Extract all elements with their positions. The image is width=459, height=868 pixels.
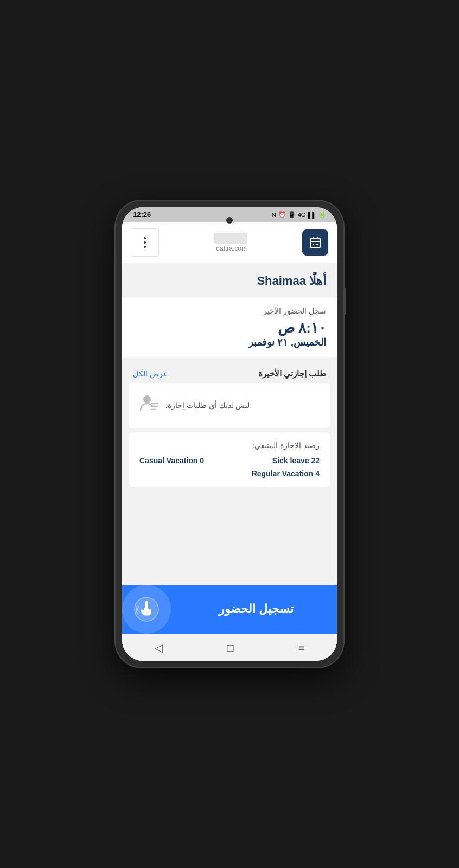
leave-section-title: طلب إجازتي الأخيرة: [258, 369, 326, 379]
balance-row: Sick leave 22 Casual Vacation 0 Regular …: [139, 456, 320, 478]
checkin-bar[interactable]: تسجيل الحضور: [122, 585, 337, 634]
checkin-label: تسجيل الحضور: [175, 602, 337, 616]
leave-section: طلب إجازتي الأخيرة عرض الكل ليس لديك أي …: [122, 361, 337, 493]
person-list-icon: [139, 394, 159, 417]
menu-button[interactable]: [131, 228, 159, 257]
status-bar: 12:26 N ⏰ 📳 4G ▌▌ 🔋: [122, 207, 337, 222]
casual-vacation-balance: Casual Vacation 0: [139, 456, 204, 465]
status-time: 12:26: [133, 210, 151, 219]
menu-dot-3: [144, 246, 146, 248]
menu-dot-1: [144, 237, 146, 239]
leave-balance-section: رصيد الإجازة المتبقي: Sick leave 22 Casu…: [129, 432, 330, 487]
attendance-section: سجل الحضور الأخير ٨:١٠ ص الخميس, ٢١ نوفم…: [122, 298, 337, 357]
attendance-time: ٨:١٠ ص: [133, 320, 326, 336]
leave-empty-text: ليس لديك أي طلبات إجازة.: [165, 399, 250, 411]
calendar-icon: [309, 236, 322, 249]
website-text: daftra.com: [216, 245, 247, 252]
nav-menu-button[interactable]: ≡: [288, 640, 316, 656]
signal-icon: 4G: [298, 212, 306, 218]
checkin-hand-icon: [122, 585, 171, 634]
battery-icon: 🔋: [318, 211, 326, 218]
leave-empty-container: ليس لديك أي طلبات إجازة.: [129, 383, 330, 428]
welcome-text: أهلًا Shaimaa: [133, 274, 326, 288]
menu-dot-2: [144, 241, 146, 244]
phone-device: 12:26 N ⏰ 📳 4G ▌▌ 🔋: [116, 201, 343, 667]
svg-rect-0: [310, 238, 320, 248]
regular-vacation-balance: Regular Vacation 4: [252, 469, 320, 478]
wifi-icon: ▌▌: [308, 212, 316, 218]
svg-rect-5: [316, 244, 318, 245]
nav-bar: ◁ □ ≡: [122, 634, 337, 661]
camera-notch: [226, 217, 233, 224]
welcome-section: أهلًا Shaimaa: [122, 263, 337, 293]
sick-leave-balance: Sick leave 22: [272, 456, 320, 465]
balance-title: رصيد الإجازة المتبقي:: [139, 441, 320, 450]
app-content: daftra.com أهلًا Shai: [122, 222, 337, 661]
nav-home-button[interactable]: □: [216, 640, 245, 656]
nav-back-button[interactable]: ◁: [144, 639, 174, 656]
company-logo: [214, 233, 247, 244]
phone-screen: 12:26 N ⏰ 📳 4G ▌▌ 🔋: [122, 207, 337, 661]
vibrate-icon: 📳: [288, 211, 296, 218]
svg-point-6: [143, 395, 151, 403]
app-header: daftra.com: [122, 222, 337, 263]
leave-header: طلب إجازتي الأخيرة عرض الكل: [122, 361, 337, 383]
status-icons: N ⏰ 📳 4G ▌▌ 🔋: [272, 211, 326, 218]
calendar-button[interactable]: [302, 229, 328, 256]
attendance-subtitle: سجل الحضور الأخير: [133, 307, 326, 315]
svg-rect-4: [313, 244, 314, 245]
nfc-icon: N: [272, 212, 276, 218]
alarm-icon: ⏰: [278, 211, 286, 218]
main-scroll-area[interactable]: أهلًا Shaimaa سجل الحضور الأخير ٨:١٠ ص ا…: [122, 263, 337, 585]
view-all-link[interactable]: عرض الكل: [133, 369, 168, 378]
attendance-date: الخميس, ٢١ نوفمبر: [133, 336, 326, 348]
header-logo-area: daftra.com: [214, 233, 247, 252]
